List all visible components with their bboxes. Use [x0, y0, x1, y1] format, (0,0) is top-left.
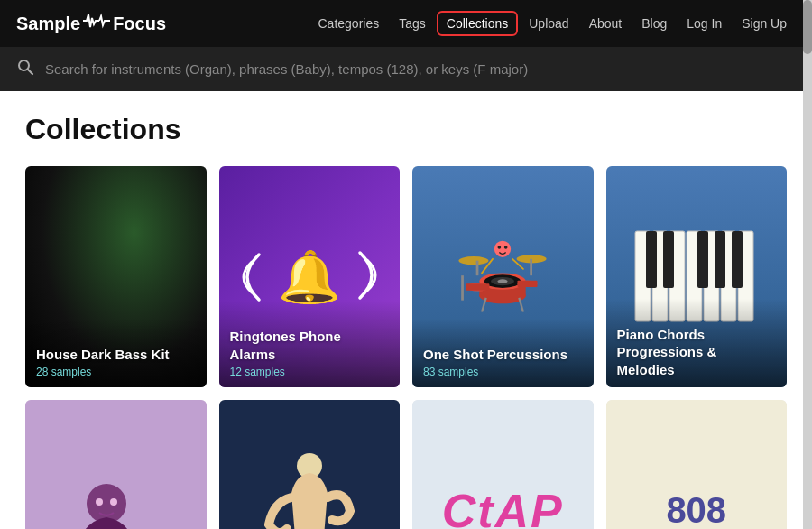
svg-rect-16 [518, 280, 538, 286]
logo-text: Sample [16, 14, 80, 34]
collection-card-6[interactable] [219, 400, 401, 529]
svg-rect-35 [732, 231, 743, 288]
scrollbar-track[interactable] [803, 0, 812, 529]
site-logo[interactable]: Sample Focus [16, 11, 166, 36]
svg-point-20 [498, 246, 502, 249]
svg-rect-34 [715, 231, 725, 288]
card-footer: One Shot Percussions 83 samples [412, 319, 594, 388]
search-input[interactable] [45, 61, 796, 77]
person-silhouette-icon [61, 477, 170, 529]
svg-point-21 [504, 246, 508, 249]
card-image [25, 400, 207, 529]
collection-card-one-shot-percussions[interactable]: One Shot Percussions 83 samples [412, 166, 594, 387]
card-samples-count: 28 samples [36, 366, 196, 378]
svg-line-1 [28, 70, 33, 75]
collections-grid: House Dark Bass Kit 28 samples 🔔 [25, 166, 787, 529]
logo-wave-icon [83, 11, 110, 36]
scrollbar-thumb[interactable] [803, 0, 812, 54]
card-samples-count: 12 samples [230, 366, 390, 378]
nav-collections[interactable]: Collections [437, 11, 518, 36]
nav-signup[interactable]: Sign Up [733, 11, 796, 36]
logo-text2: Focus [113, 14, 166, 34]
collection-card-clap[interactable]: CtAP [412, 400, 594, 529]
svg-rect-12 [461, 275, 464, 301]
card-samples-count: 83 samples [423, 366, 583, 378]
svg-point-7 [498, 279, 508, 283]
svg-point-19 [494, 240, 511, 256]
nav-links: Categories Tags Collections Upload About… [309, 11, 796, 36]
card-title: Piano Chords Progressions & Melodies [617, 326, 777, 379]
card-footer: Ringtones Phone Alarms 12 samples [219, 301, 401, 387]
collection-card-house-dark-bass-kit[interactable]: House Dark Bass Kit 28 samples [25, 166, 207, 387]
svg-rect-31 [646, 231, 657, 288]
svg-rect-32 [663, 231, 674, 288]
collection-card-piano-chords[interactable]: Piano Chords Progressions & Melodies [606, 166, 788, 387]
page-title: Collections [25, 113, 787, 146]
nav-categories[interactable]: Categories [309, 11, 388, 36]
card-title: House Dark Bass Kit [36, 346, 196, 364]
svg-point-8 [459, 256, 489, 264]
svg-rect-9 [476, 260, 479, 275]
flex-person-icon [264, 448, 355, 530]
search-bar [0, 47, 812, 91]
808-label: 808 [666, 490, 726, 529]
wave-left-icon [234, 246, 263, 309]
svg-rect-33 [697, 231, 708, 288]
card-image: CtAP [412, 400, 594, 529]
collection-card-5[interactable] [25, 400, 207, 529]
card-image [219, 400, 401, 529]
svg-rect-11 [531, 258, 533, 274]
card-title: One Shot Percussions [423, 346, 583, 364]
bell-icon: 🔔 [278, 247, 341, 307]
navbar: Sample Focus Categories Tags Collections… [0, 0, 812, 47]
svg-point-38 [110, 498, 117, 506]
card-footer: House Dark Bass Kit 28 samples [25, 319, 207, 388]
card-footer: Piano Chords Progressions & Melodies [606, 299, 788, 388]
main-content: Collections House Dark Bass Kit 28 sampl… [0, 91, 812, 529]
clap-text: CtAP [442, 484, 564, 530]
search-icon [16, 58, 34, 80]
card-image: 808 [606, 400, 788, 529]
nav-about[interactable]: About [580, 11, 632, 36]
collection-card-808[interactable]: 808 迷途の鹿http://www.xiezgoo.tw/ [606, 400, 788, 529]
nav-blog[interactable]: Blog [632, 11, 676, 36]
drum-kit-icon [453, 232, 552, 322]
svg-point-37 [96, 498, 103, 506]
card-title: Ringtones Phone Alarms [230, 328, 390, 363]
nav-upload[interactable]: Upload [520, 11, 577, 36]
nav-tags[interactable]: Tags [390, 11, 435, 36]
svg-rect-14 [466, 283, 490, 290]
nav-login[interactable]: Log In [678, 11, 731, 36]
collection-card-ringtones[interactable]: 🔔 Ringtones Phone Alarms 12 samples [219, 166, 401, 387]
